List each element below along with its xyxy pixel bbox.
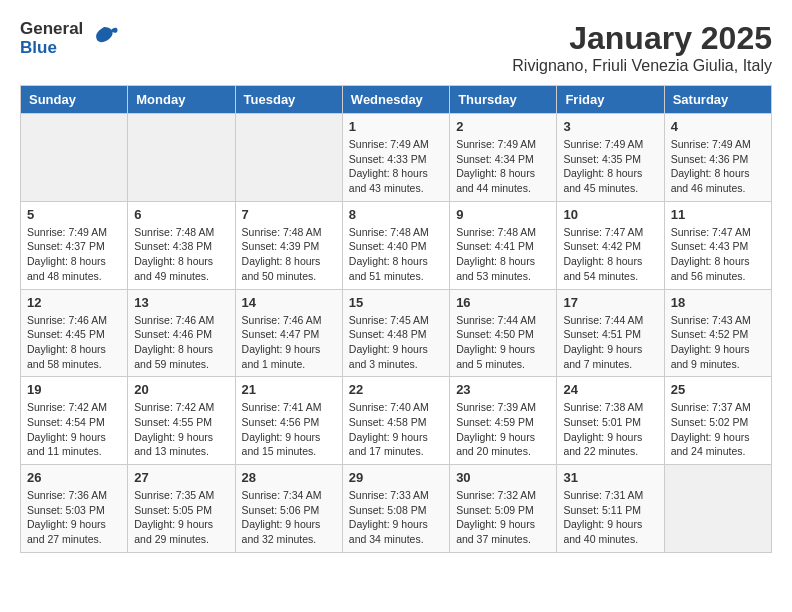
day-info: Sunrise: 7:43 AM Sunset: 4:52 PM Dayligh…: [671, 313, 765, 372]
day-number: 21: [242, 382, 336, 397]
calendar-cell: [21, 114, 128, 202]
calendar-cell: 3Sunrise: 7:49 AM Sunset: 4:35 PM Daylig…: [557, 114, 664, 202]
calendar-table: SundayMondayTuesdayWednesdayThursdayFrid…: [20, 85, 772, 553]
weekday-header-tuesday: Tuesday: [235, 86, 342, 114]
calendar-week-2: 5Sunrise: 7:49 AM Sunset: 4:37 PM Daylig…: [21, 201, 772, 289]
calendar-cell: [235, 114, 342, 202]
weekday-header-row: SundayMondayTuesdayWednesdayThursdayFrid…: [21, 86, 772, 114]
calendar-week-3: 12Sunrise: 7:46 AM Sunset: 4:45 PM Dayli…: [21, 289, 772, 377]
logo-bird-icon: [89, 22, 119, 56]
calendar-cell: 8Sunrise: 7:48 AM Sunset: 4:40 PM Daylig…: [342, 201, 449, 289]
day-number: 2: [456, 119, 550, 134]
day-number: 11: [671, 207, 765, 222]
day-number: 8: [349, 207, 443, 222]
calendar-cell: 22Sunrise: 7:40 AM Sunset: 4:58 PM Dayli…: [342, 377, 449, 465]
month-title: January 2025: [512, 20, 772, 57]
calendar-week-5: 26Sunrise: 7:36 AM Sunset: 5:03 PM Dayli…: [21, 465, 772, 553]
calendar-cell: 24Sunrise: 7:38 AM Sunset: 5:01 PM Dayli…: [557, 377, 664, 465]
day-info: Sunrise: 7:41 AM Sunset: 4:56 PM Dayligh…: [242, 400, 336, 459]
day-number: 9: [456, 207, 550, 222]
day-info: Sunrise: 7:32 AM Sunset: 5:09 PM Dayligh…: [456, 488, 550, 547]
day-number: 30: [456, 470, 550, 485]
day-info: Sunrise: 7:44 AM Sunset: 4:51 PM Dayligh…: [563, 313, 657, 372]
calendar-cell: 13Sunrise: 7:46 AM Sunset: 4:46 PM Dayli…: [128, 289, 235, 377]
day-number: 28: [242, 470, 336, 485]
day-info: Sunrise: 7:42 AM Sunset: 4:55 PM Dayligh…: [134, 400, 228, 459]
day-info: Sunrise: 7:49 AM Sunset: 4:35 PM Dayligh…: [563, 137, 657, 196]
day-number: 29: [349, 470, 443, 485]
day-info: Sunrise: 7:31 AM Sunset: 5:11 PM Dayligh…: [563, 488, 657, 547]
day-number: 6: [134, 207, 228, 222]
day-number: 5: [27, 207, 121, 222]
day-info: Sunrise: 7:47 AM Sunset: 4:42 PM Dayligh…: [563, 225, 657, 284]
calendar-cell: 27Sunrise: 7:35 AM Sunset: 5:05 PM Dayli…: [128, 465, 235, 553]
day-info: Sunrise: 7:48 AM Sunset: 4:40 PM Dayligh…: [349, 225, 443, 284]
day-number: 20: [134, 382, 228, 397]
calendar-week-4: 19Sunrise: 7:42 AM Sunset: 4:54 PM Dayli…: [21, 377, 772, 465]
day-info: Sunrise: 7:49 AM Sunset: 4:37 PM Dayligh…: [27, 225, 121, 284]
weekday-header-sunday: Sunday: [21, 86, 128, 114]
day-number: 3: [563, 119, 657, 134]
calendar-cell: 6Sunrise: 7:48 AM Sunset: 4:38 PM Daylig…: [128, 201, 235, 289]
day-info: Sunrise: 7:48 AM Sunset: 4:38 PM Dayligh…: [134, 225, 228, 284]
day-info: Sunrise: 7:40 AM Sunset: 4:58 PM Dayligh…: [349, 400, 443, 459]
day-number: 17: [563, 295, 657, 310]
day-info: Sunrise: 7:46 AM Sunset: 4:46 PM Dayligh…: [134, 313, 228, 372]
calendar-cell: 9Sunrise: 7:48 AM Sunset: 4:41 PM Daylig…: [450, 201, 557, 289]
day-info: Sunrise: 7:38 AM Sunset: 5:01 PM Dayligh…: [563, 400, 657, 459]
calendar-cell: [664, 465, 771, 553]
calendar-cell: 20Sunrise: 7:42 AM Sunset: 4:55 PM Dayli…: [128, 377, 235, 465]
logo-blue: Blue: [20, 39, 83, 58]
calendar-cell: 31Sunrise: 7:31 AM Sunset: 5:11 PM Dayli…: [557, 465, 664, 553]
day-number: 14: [242, 295, 336, 310]
day-info: Sunrise: 7:35 AM Sunset: 5:05 PM Dayligh…: [134, 488, 228, 547]
day-number: 18: [671, 295, 765, 310]
calendar-cell: 5Sunrise: 7:49 AM Sunset: 4:37 PM Daylig…: [21, 201, 128, 289]
day-info: Sunrise: 7:47 AM Sunset: 4:43 PM Dayligh…: [671, 225, 765, 284]
day-info: Sunrise: 7:48 AM Sunset: 4:39 PM Dayligh…: [242, 225, 336, 284]
logo-general: General: [20, 20, 83, 39]
day-info: Sunrise: 7:49 AM Sunset: 4:34 PM Dayligh…: [456, 137, 550, 196]
day-info: Sunrise: 7:39 AM Sunset: 4:59 PM Dayligh…: [456, 400, 550, 459]
calendar-cell: 23Sunrise: 7:39 AM Sunset: 4:59 PM Dayli…: [450, 377, 557, 465]
day-number: 26: [27, 470, 121, 485]
day-number: 1: [349, 119, 443, 134]
day-number: 15: [349, 295, 443, 310]
calendar-cell: 7Sunrise: 7:48 AM Sunset: 4:39 PM Daylig…: [235, 201, 342, 289]
location-title: Rivignano, Friuli Venezia Giulia, Italy: [512, 57, 772, 75]
day-info: Sunrise: 7:49 AM Sunset: 4:33 PM Dayligh…: [349, 137, 443, 196]
calendar-cell: 17Sunrise: 7:44 AM Sunset: 4:51 PM Dayli…: [557, 289, 664, 377]
day-info: Sunrise: 7:49 AM Sunset: 4:36 PM Dayligh…: [671, 137, 765, 196]
calendar-cell: 21Sunrise: 7:41 AM Sunset: 4:56 PM Dayli…: [235, 377, 342, 465]
calendar-cell: 29Sunrise: 7:33 AM Sunset: 5:08 PM Dayli…: [342, 465, 449, 553]
day-number: 16: [456, 295, 550, 310]
day-info: Sunrise: 7:33 AM Sunset: 5:08 PM Dayligh…: [349, 488, 443, 547]
calendar-cell: 16Sunrise: 7:44 AM Sunset: 4:50 PM Dayli…: [450, 289, 557, 377]
calendar-cell: 25Sunrise: 7:37 AM Sunset: 5:02 PM Dayli…: [664, 377, 771, 465]
calendar-cell: 28Sunrise: 7:34 AM Sunset: 5:06 PM Dayli…: [235, 465, 342, 553]
calendar-cell: 15Sunrise: 7:45 AM Sunset: 4:48 PM Dayli…: [342, 289, 449, 377]
day-info: Sunrise: 7:45 AM Sunset: 4:48 PM Dayligh…: [349, 313, 443, 372]
weekday-header-wednesday: Wednesday: [342, 86, 449, 114]
calendar-cell: 4Sunrise: 7:49 AM Sunset: 4:36 PM Daylig…: [664, 114, 771, 202]
day-info: Sunrise: 7:34 AM Sunset: 5:06 PM Dayligh…: [242, 488, 336, 547]
day-info: Sunrise: 7:36 AM Sunset: 5:03 PM Dayligh…: [27, 488, 121, 547]
day-number: 7: [242, 207, 336, 222]
day-number: 4: [671, 119, 765, 134]
calendar-cell: 14Sunrise: 7:46 AM Sunset: 4:47 PM Dayli…: [235, 289, 342, 377]
calendar-cell: 1Sunrise: 7:49 AM Sunset: 4:33 PM Daylig…: [342, 114, 449, 202]
weekday-header-friday: Friday: [557, 86, 664, 114]
calendar-cell: 11Sunrise: 7:47 AM Sunset: 4:43 PM Dayli…: [664, 201, 771, 289]
day-info: Sunrise: 7:48 AM Sunset: 4:41 PM Dayligh…: [456, 225, 550, 284]
day-number: 19: [27, 382, 121, 397]
calendar-cell: 12Sunrise: 7:46 AM Sunset: 4:45 PM Dayli…: [21, 289, 128, 377]
calendar-week-1: 1Sunrise: 7:49 AM Sunset: 4:33 PM Daylig…: [21, 114, 772, 202]
weekday-header-monday: Monday: [128, 86, 235, 114]
calendar-cell: [128, 114, 235, 202]
logo: General Blue: [20, 20, 119, 57]
day-number: 10: [563, 207, 657, 222]
page-header: General Blue January 2025 Rivignano, Fri…: [20, 20, 772, 75]
day-number: 27: [134, 470, 228, 485]
calendar-cell: 19Sunrise: 7:42 AM Sunset: 4:54 PM Dayli…: [21, 377, 128, 465]
day-number: 12: [27, 295, 121, 310]
